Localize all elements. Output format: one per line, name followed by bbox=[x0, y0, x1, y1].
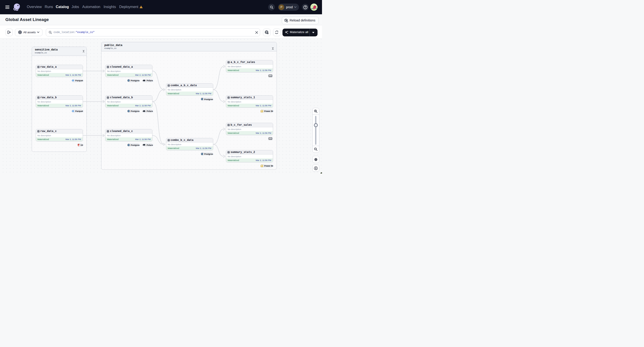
svg-text:csv: csv bbox=[269, 75, 272, 77]
svg-text:csv: csv bbox=[269, 138, 272, 139]
